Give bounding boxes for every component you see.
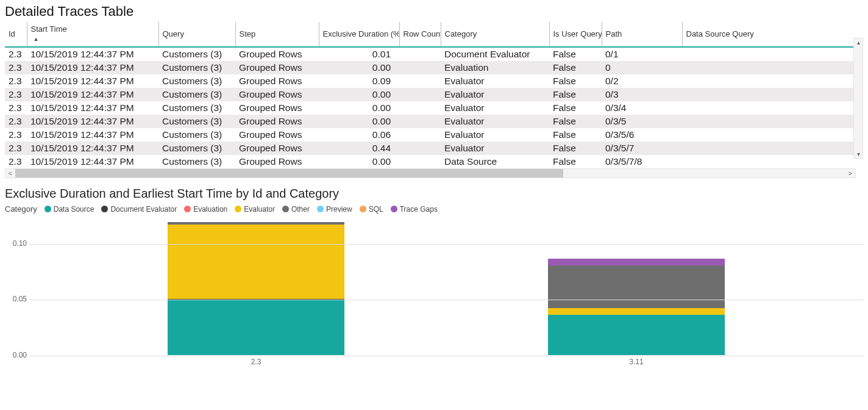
column-header-label: Path	[606, 29, 622, 38]
table-row[interactable]: 2.310/15/2019 12:44:37 PMCustomers (3)Gr…	[5, 47, 856, 61]
scroll-left-icon[interactable]: <	[5, 170, 15, 177]
legend-item[interactable]: SQL	[360, 205, 383, 214]
table-row[interactable]: 2.310/15/2019 12:44:37 PMCustomers (3)Gr…	[5, 128, 856, 142]
column-header-label: Step	[240, 29, 256, 38]
cell-query: Customers (3)	[158, 142, 235, 155]
cell-step: Grouped Rows	[235, 155, 319, 168]
cell-cat: Evaluator	[441, 101, 549, 115]
column-header-path[interactable]: Path	[602, 22, 682, 47]
cell-step: Grouped Rows	[235, 115, 319, 128]
column-header-usr[interactable]: Is User Query	[549, 22, 602, 47]
legend-item[interactable]: Data Source	[44, 205, 94, 214]
cell-rowc	[399, 74, 441, 88]
column-header-rowc[interactable]: Row Count	[399, 22, 441, 47]
column-header-start[interactable]: Start Time▲	[27, 22, 158, 47]
table-row[interactable]: 2.310/15/2019 12:44:37 PMCustomers (3)Gr…	[5, 61, 856, 74]
chart-title: Exclusive Duration and Earliest Start Ti…	[5, 187, 863, 201]
table-row[interactable]: 2.310/15/2019 12:44:37 PMCustomers (3)Gr…	[5, 115, 856, 128]
bar-segment	[548, 308, 725, 315]
vertical-scrollbar[interactable]: ▴ ▾	[853, 38, 863, 159]
table-row[interactable]: 2.310/15/2019 12:44:37 PMCustomers (3)Gr…	[5, 88, 856, 101]
table-row[interactable]: 2.310/15/2019 12:44:37 PMCustomers (3)Gr…	[5, 142, 856, 155]
cell-excl: 0.09	[319, 74, 399, 88]
legend-item[interactable]: Evaluation	[184, 205, 227, 214]
column-header-cat[interactable]: Category	[441, 22, 549, 47]
legend-label: Evaluator	[244, 205, 275, 214]
cell-cat: Evaluation	[441, 61, 549, 74]
table-row[interactable]: 2.310/15/2019 12:44:37 PMCustomers (3)Gr…	[5, 155, 856, 168]
gridline	[29, 244, 863, 245]
cell-path: 0/3/5/7	[602, 142, 682, 155]
scroll-up-icon[interactable]: ▴	[857, 38, 860, 46]
sort-asc-icon: ▲	[34, 36, 39, 42]
cell-cat: Evaluator	[441, 74, 549, 88]
horizontal-scrollbar[interactable]: < >	[5, 168, 856, 178]
column-header-label: Row Count	[404, 29, 441, 38]
cell-step: Grouped Rows	[235, 88, 319, 101]
scroll-down-icon[interactable]: ▾	[857, 150, 860, 158]
legend-swatch-icon	[282, 206, 289, 212]
cell-cat: Evaluator	[441, 142, 549, 155]
stacked-bar[interactable]	[548, 259, 725, 355]
column-header-dsq[interactable]: Data Source Query	[682, 22, 856, 47]
cell-cat: Document Evaluator	[441, 47, 549, 61]
legend-item[interactable]: Evaluator	[235, 205, 275, 214]
column-header-label: Is User Query	[553, 29, 602, 38]
legend-swatch-icon	[184, 206, 191, 212]
table-row[interactable]: 2.310/15/2019 12:44:37 PMCustomers (3)Gr…	[5, 101, 856, 115]
table-row[interactable]: 2.310/15/2019 12:44:37 PMCustomers (3)Gr…	[5, 74, 856, 88]
legend-label: Evaluation	[193, 205, 227, 214]
cell-query: Customers (3)	[158, 61, 235, 74]
cell-query: Customers (3)	[158, 115, 235, 128]
scrollbar-thumb[interactable]	[15, 169, 563, 178]
traces-table: IdStart Time▲QueryStepExclusive Duration…	[5, 22, 856, 168]
column-header-label: Exclusive Duration (%)	[323, 29, 400, 38]
cell-excl: 0.00	[319, 61, 399, 74]
cell-usr: False	[549, 47, 602, 61]
cell-rowc	[399, 128, 441, 142]
column-header-step[interactable]: Step	[235, 22, 319, 47]
cell-usr: False	[549, 115, 602, 128]
scroll-right-icon[interactable]: >	[845, 170, 855, 177]
scrollbar-track[interactable]	[15, 169, 845, 178]
cell-excl: 0.01	[319, 47, 399, 61]
legend-swatch-icon	[317, 206, 324, 212]
cell-dsq	[682, 61, 856, 74]
column-header-excl[interactable]: Exclusive Duration (%)	[319, 22, 399, 47]
cell-id: 2.3	[5, 142, 27, 155]
stacked-bar[interactable]	[168, 222, 344, 355]
cell-cat: Evaluator	[441, 88, 549, 101]
column-header-label: Start Time	[31, 24, 67, 34]
legend-item[interactable]: Trace Gaps	[391, 205, 438, 214]
legend-swatch-icon	[101, 206, 108, 212]
cell-start: 10/15/2019 12:44:37 PM	[27, 142, 158, 155]
cell-dsq	[682, 115, 856, 128]
bar-segment	[548, 259, 725, 265]
cell-rowc	[399, 88, 441, 101]
cell-start: 10/15/2019 12:44:37 PM	[27, 155, 158, 168]
cell-rowc	[399, 142, 441, 155]
chart-area: 0.000.050.10	[5, 221, 863, 355]
cell-excl: 0.00	[319, 88, 399, 101]
legend-item[interactable]: Other	[282, 205, 310, 214]
cell-excl: 0.00	[319, 101, 399, 115]
legend-label: Data Source	[54, 205, 94, 214]
legend-item[interactable]: Document Evaluator	[101, 205, 177, 214]
cell-step: Grouped Rows	[235, 128, 319, 142]
cell-step: Grouped Rows	[235, 101, 319, 115]
legend-item[interactable]: Preview	[317, 205, 352, 214]
cell-path: 0	[602, 61, 682, 74]
column-header-id[interactable]: Id	[5, 22, 27, 47]
bar-segment	[168, 225, 344, 300]
cell-query: Customers (3)	[158, 101, 235, 115]
cell-step: Grouped Rows	[235, 61, 319, 74]
column-header-label: Category	[445, 29, 477, 38]
column-header-query[interactable]: Query	[158, 22, 235, 47]
legend-label: Document Evaluator	[110, 205, 177, 214]
bar-segment	[548, 265, 725, 308]
column-header-label: Id	[9, 29, 15, 38]
legend-swatch-icon	[235, 206, 241, 212]
cell-rowc	[399, 115, 441, 128]
table-title: Detailed Traces Table	[5, 4, 863, 20]
cell-path: 0/3/4	[602, 101, 682, 115]
